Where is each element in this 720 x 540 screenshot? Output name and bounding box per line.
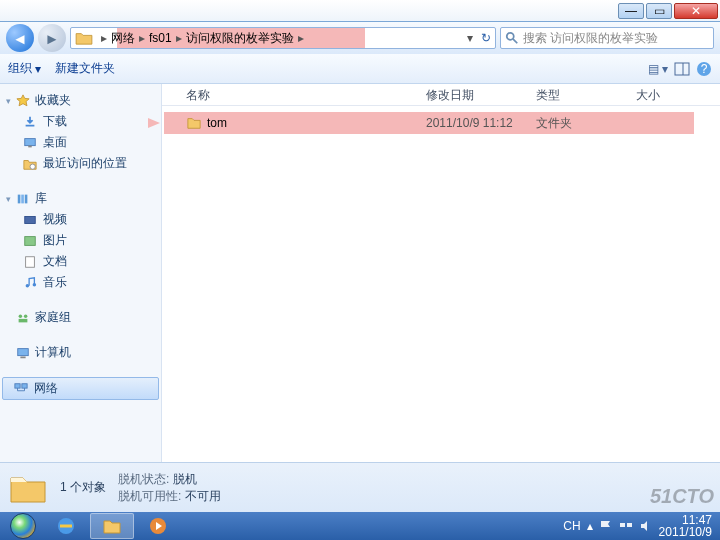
- document-icon: [22, 255, 38, 269]
- svg-point-18: [24, 314, 28, 318]
- chevron-right-icon: ▸: [97, 31, 111, 45]
- nav-downloads[interactable]: 下载: [0, 111, 161, 132]
- flag-icon[interactable]: [599, 519, 613, 533]
- file-date: 2011/10/9 11:12: [426, 116, 536, 130]
- nav-bar: ◄ ► ▸ 网络 ▸ fs01 ▸ 访问权限的枚举实验 ▸ ▾ ↻ 搜索 访问权…: [0, 22, 720, 54]
- music-icon: [22, 276, 38, 290]
- taskbar-explorer[interactable]: [90, 513, 134, 539]
- breadcrumb-item[interactable]: fs01: [149, 31, 172, 45]
- new-folder-button[interactable]: 新建文件夹: [55, 60, 115, 77]
- chevron-right-icon: ▸: [294, 31, 308, 45]
- windows-logo-icon: [10, 513, 36, 539]
- svg-rect-13: [25, 236, 36, 245]
- star-icon: [15, 94, 31, 108]
- svg-line-1: [513, 39, 517, 43]
- svg-rect-23: [22, 383, 27, 387]
- svg-rect-10: [21, 194, 24, 203]
- recent-icon: [22, 157, 38, 171]
- media-icon: [148, 516, 168, 536]
- maximize-button[interactable]: ▭: [646, 3, 672, 19]
- clock[interactable]: 11:47 2011/10/9: [659, 514, 712, 538]
- col-type[interactable]: 类型: [536, 84, 636, 105]
- breadcrumb-item[interactable]: 网络: [111, 30, 135, 47]
- main-area: ▾收藏夹 下载 桌面 最近访问的位置 ▾库 视频 图片 文档 音乐 ▾家庭组 ▾…: [0, 84, 720, 462]
- desktop-icon: [22, 136, 38, 150]
- chevron-right-icon: ▸: [135, 31, 149, 45]
- back-button[interactable]: ◄: [6, 24, 34, 52]
- search-placeholder: 搜索 访问权限的枚举实验: [523, 30, 658, 47]
- svg-rect-12: [25, 216, 36, 223]
- window-titlebar: — ▭ ✕: [0, 0, 720, 22]
- view-options-button[interactable]: ▤ ▾: [648, 62, 668, 76]
- nav-homegroup[interactable]: ▾家庭组: [0, 307, 161, 328]
- breadcrumb-item[interactable]: 访问权限的枚举实验: [186, 30, 294, 47]
- nav-desktop[interactable]: 桌面: [0, 132, 161, 153]
- folder-icon: [8, 470, 48, 506]
- folder-icon: [75, 31, 93, 45]
- network-tray-icon[interactable]: [619, 519, 633, 533]
- tray-arrow-icon[interactable]: ▴: [587, 519, 593, 533]
- svg-point-17: [19, 314, 23, 318]
- status-bar: 1 个对象 脱机状态: 脱机 脱机可用性: 不可用: [0, 462, 720, 512]
- ime-indicator[interactable]: CH: [563, 519, 580, 533]
- svg-rect-6: [25, 138, 36, 145]
- navigation-pane: ▾收藏夹 下载 桌面 最近访问的位置 ▾库 视频 图片 文档 音乐 ▾家庭组 ▾…: [0, 84, 162, 462]
- refresh-icon[interactable]: ↻: [481, 31, 491, 45]
- svg-rect-21: [20, 356, 25, 358]
- nav-libraries[interactable]: ▾库: [0, 188, 161, 209]
- file-row[interactable]: tom 2011/10/9 11:12 文件夹: [162, 112, 720, 134]
- folder-icon: [102, 517, 122, 535]
- svg-rect-19: [19, 318, 28, 322]
- nav-network[interactable]: 网络: [2, 377, 159, 400]
- breadcrumb[interactable]: ▸ 网络 ▸ fs01 ▸ 访问权限的枚举实验 ▸ ▾ ↻: [70, 27, 496, 49]
- nav-music[interactable]: 音乐: [0, 272, 161, 293]
- toolbar: 组织▾ 新建文件夹 ▤ ▾ ?: [0, 54, 720, 84]
- chevron-right-icon: ▸: [172, 31, 186, 45]
- nav-documents[interactable]: 文档: [0, 251, 161, 272]
- homegroup-icon: [15, 311, 31, 325]
- preview-pane-button[interactable]: [674, 61, 690, 77]
- taskbar-ie[interactable]: [44, 513, 88, 539]
- svg-rect-2: [675, 63, 689, 75]
- chevron-down-icon: ▾: [6, 96, 11, 106]
- nav-videos[interactable]: 视频: [0, 209, 161, 230]
- col-name[interactable]: 名称: [186, 84, 426, 105]
- minimize-button[interactable]: —: [618, 3, 644, 19]
- search-icon: [505, 31, 519, 45]
- highlight-arrow: [148, 118, 160, 128]
- volume-icon[interactable]: [639, 519, 653, 533]
- start-button[interactable]: [4, 512, 42, 540]
- svg-rect-14: [26, 256, 35, 267]
- svg-rect-22: [15, 383, 20, 387]
- nav-favorites[interactable]: ▾收藏夹: [0, 90, 161, 111]
- chevron-down-icon[interactable]: ▾: [467, 31, 473, 45]
- video-icon: [22, 213, 38, 227]
- network-icon: [13, 382, 29, 396]
- nav-recent[interactable]: 最近访问的位置: [0, 153, 161, 174]
- chevron-down-icon: ▾: [6, 194, 11, 204]
- svg-rect-9: [18, 194, 21, 203]
- col-date[interactable]: 修改日期: [426, 84, 536, 105]
- folder-icon: [186, 116, 202, 130]
- svg-rect-26: [620, 523, 625, 527]
- taskbar-mediaplayer[interactable]: [136, 513, 180, 539]
- column-headers: 名称 修改日期 类型 大小: [162, 84, 720, 106]
- help-button[interactable]: ?: [696, 61, 712, 77]
- watermark: 51CTO: [650, 485, 714, 508]
- svg-point-0: [507, 33, 514, 40]
- nav-pictures[interactable]: 图片: [0, 230, 161, 251]
- svg-rect-11: [25, 194, 28, 203]
- nav-computer[interactable]: ▾计算机: [0, 342, 161, 363]
- chevron-down-icon: ▾: [35, 62, 41, 76]
- col-size[interactable]: 大小: [636, 84, 696, 105]
- svg-text:?: ?: [701, 62, 708, 76]
- taskbar: CH ▴ 11:47 2011/10/9: [0, 512, 720, 540]
- forward-button[interactable]: ►: [38, 24, 66, 52]
- organize-menu[interactable]: 组织▾: [8, 60, 41, 77]
- svg-rect-27: [627, 523, 632, 527]
- close-button[interactable]: ✕: [674, 3, 718, 19]
- search-input[interactable]: 搜索 访问权限的枚举实验: [500, 27, 714, 49]
- svg-point-8: [30, 164, 35, 169]
- file-name: tom: [207, 116, 227, 130]
- computer-icon: [15, 346, 31, 360]
